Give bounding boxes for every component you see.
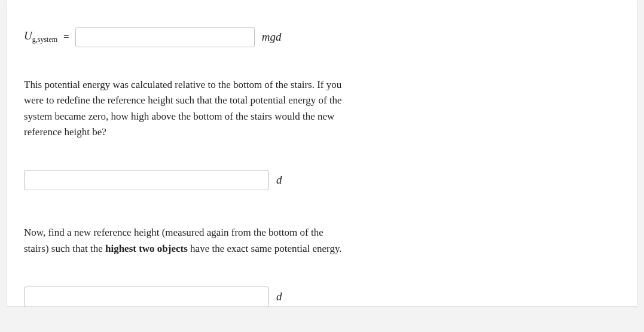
variable-main: U (24, 29, 32, 42)
answer-input-3[interactable] (24, 287, 269, 306)
input-row-2: d (24, 170, 620, 190)
unit-label-d-2: d (276, 173, 282, 187)
variable-symbol: Ug,system (24, 29, 57, 44)
question-text-3-bold: highest two objects (105, 243, 188, 254)
question-text-3: Now, find a new reference height (measur… (24, 225, 347, 257)
question-text-3-after: have the exact same potential energy. (188, 243, 342, 254)
variable-subscript: g,system (32, 36, 57, 44)
formula-row-1: Ug,system = mgd (24, 27, 620, 47)
equals-sign: = (63, 31, 69, 43)
unit-label-d-3: d (276, 290, 282, 303)
input-row-3: d (24, 287, 620, 306)
question-text-2: This potential energy was calculated rel… (24, 77, 347, 140)
question-card: Ug,system = mgd This potential energy wa… (7, 0, 637, 306)
answer-input-1[interactable] (75, 27, 255, 47)
answer-input-2[interactable] (24, 170, 269, 190)
unit-label-mgd: mgd (262, 31, 282, 44)
